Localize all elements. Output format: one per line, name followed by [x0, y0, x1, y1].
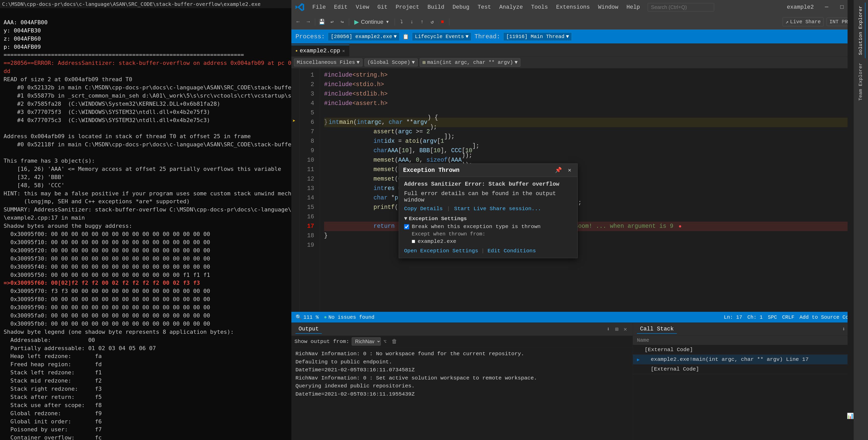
ln-19: 19	[300, 241, 317, 250]
output-line-5: Querying indexed public repositories.	[296, 382, 628, 390]
cs-row-external-2[interactable]: [External Code]	[633, 364, 868, 374]
cs-row-external-1[interactable]: [External Code]	[633, 345, 868, 355]
solution-explorer: Solution Explorer Team Explorer	[854, 0, 868, 440]
output-panel: Output ⬇ ⊞ ✕ Show output from: RichNav ⌥…	[291, 323, 633, 440]
tb-sep4	[449, 19, 450, 26]
menu-build[interactable]: Build	[424, 3, 448, 11]
menu-test[interactable]: Test	[474, 3, 495, 11]
modal-pin-btn[interactable]: 📌	[553, 166, 564, 174]
tb-save-btn[interactable]: 💾	[317, 18, 327, 27]
clear-output-btn[interactable]: 🗑	[390, 338, 399, 345]
live-share-button[interactable]: ↗ Live Share	[783, 18, 824, 26]
tb-step-into[interactable]: ↓	[407, 18, 416, 27]
tb-forward-btn[interactable]: →	[304, 18, 313, 27]
tab-close-icon[interactable]: ✕	[342, 48, 345, 54]
modal-copy-link[interactable]: Copy Details	[404, 206, 443, 212]
menu-extensions[interactable]: Extensions	[553, 3, 593, 11]
thread-dropdown[interactable]: [11916] Main Thread ▼	[503, 32, 572, 41]
status-right: Ln: 17 Ch: 1 SPC CRLF Add to Source Cont…	[724, 314, 864, 320]
menu-window[interactable]: Window	[594, 3, 622, 11]
filter-select[interactable]: RichNav	[352, 337, 381, 345]
menu-tools[interactable]: Tools	[528, 3, 552, 11]
tab-bar: ● example2.cpp ✕ ⧉ ⊞	[291, 43, 868, 57]
status-crlf: CRLF	[782, 314, 795, 320]
files-dropdown[interactable]: Miscellaneous Files ▼	[294, 59, 363, 66]
process-value: [28056] example2.exe	[331, 34, 392, 40]
tab-callstack[interactable]: Call Stack	[637, 325, 677, 334]
tb-sep3	[395, 19, 395, 26]
cs-row-name-2: example2.exe!main(int argc, char ** argv…	[645, 357, 841, 362]
code-line-5	[324, 108, 862, 118]
lifecycle-dropdown[interactable]: Lifecycle Events ▼	[412, 32, 471, 41]
debug-arrow-indicator: ➤	[292, 118, 296, 124]
status-zoom: 🔍 111 %	[296, 314, 319, 320]
tb-undo-btn[interactable]: ↩	[328, 18, 337, 27]
cs-row-main[interactable]: ▶ example2.exe!main(int argc, char ** ar…	[633, 355, 868, 364]
menu-debug[interactable]: Debug	[449, 3, 473, 11]
menu-edit[interactable]: Edit	[331, 3, 351, 11]
menu-help[interactable]: Help	[623, 3, 644, 11]
checkmark-icon: ●	[324, 314, 327, 320]
code-line-1: #include <string.h>	[324, 70, 862, 80]
menu-file[interactable]: File	[309, 3, 330, 11]
continue-label: Continue	[361, 19, 383, 25]
output-popout-btn[interactable]: ⊞	[614, 325, 620, 333]
modal-edit-conditions-link[interactable]: Edit Conditions	[488, 248, 536, 254]
modal-title: Exception Thrown	[403, 167, 460, 174]
tab-output[interactable]: Output	[296, 325, 322, 334]
tb-stop[interactable]: ■	[438, 18, 447, 27]
tb-redo-btn[interactable]: ↪	[338, 18, 347, 27]
modal-link-sep: |	[447, 206, 450, 212]
function-dropdown[interactable]: ⊞ main(int argc, char ** argv) ▼	[420, 58, 520, 67]
minimize-button[interactable]: ─	[819, 2, 834, 12]
callstack-scrollbar[interactable]	[847, 43, 854, 440]
zoom-icon: 🔍	[296, 314, 302, 320]
output-close-btn[interactable]: ✕	[622, 325, 628, 333]
modal-break-checkbox-row: Break when this exception type is thrown	[404, 224, 572, 230]
output-line-3: DateTime=2021-02-05T03:16:11.0734581Z	[296, 366, 628, 374]
code-line-9: char AAA[10], BBB[10], CCC[10];	[324, 146, 862, 156]
cs-row-name-1: [External Code]	[645, 347, 841, 353]
process-dropdown[interactable]: [28056] example2.exe ▼	[328, 32, 400, 41]
modal-open-settings-link[interactable]: Open Exception Settings	[404, 248, 478, 254]
cs-down-btn[interactable]: ⬇	[840, 325, 847, 333]
scope-dropdown[interactable]: (Global Scope) ▼	[365, 59, 417, 66]
modal-liveshare-link[interactable]: Start Live Share session...	[454, 206, 541, 212]
continue-button[interactable]: ▶ Continue ▼	[351, 18, 393, 27]
menu-view[interactable]: View	[352, 3, 373, 11]
vscode-logo-icon	[294, 2, 305, 12]
panel-header-callstack: Call Stack ⬇ ⊞ ✕	[633, 323, 868, 336]
modal-section-title: ▼ Exception Settings	[404, 216, 572, 222]
status-ln: Ln: 17	[724, 314, 742, 320]
tb-restart[interactable]: ↺	[428, 18, 437, 27]
modal-close-btn[interactable]: ✕	[566, 166, 573, 174]
modal-except-inner: example2.exe	[412, 238, 572, 244]
output-down-btn[interactable]: ⬇	[605, 325, 611, 333]
menu-analyze[interactable]: Analyze	[496, 3, 526, 11]
tab-example2-cpp[interactable]: ● example2.cpp ✕	[291, 45, 349, 57]
tb-back-btn[interactable]: ←	[293, 18, 303, 27]
tb-step-over[interactable]: ⤵	[397, 18, 406, 27]
terminal-content: AAA: 004AFB00 y: 004AFB30 z: 004AFB60 p:…	[4, 10, 288, 440]
modal-toggle-icon[interactable]: ▼	[404, 216, 407, 222]
restore-button[interactable]: □	[834, 2, 849, 12]
modal-except-checkbox[interactable]	[412, 240, 415, 243]
ln-14: 14	[300, 193, 317, 203]
lifecycle-arrow: ▼	[465, 34, 468, 40]
thread-label: Thread:	[474, 33, 500, 40]
menu-git[interactable]: Git	[374, 3, 391, 11]
menu-project[interactable]: Project	[392, 3, 423, 11]
se-tab-team[interactable]: Team Explorer	[856, 60, 865, 104]
title-search-input[interactable]	[648, 3, 714, 11]
play-icon: ▶	[354, 19, 359, 26]
se-tab-solution[interactable]: Solution Explorer	[856, 3, 865, 58]
window-title: example2	[787, 4, 814, 10]
code-editor[interactable]: ➤ 1 2 3 4 5 6 7 8 9 10 11 12 13 14 15 16…	[291, 68, 868, 312]
tb-step-out[interactable]: ↑	[417, 18, 427, 27]
tb-sep2	[349, 19, 349, 26]
ln-5: 5	[300, 108, 317, 118]
code-line-4: #include <assert.h>	[324, 99, 862, 108]
modal-break-checkbox[interactable]	[404, 224, 409, 229]
ln-17: 17	[300, 222, 317, 231]
thread-arrow: ▼	[566, 34, 569, 40]
